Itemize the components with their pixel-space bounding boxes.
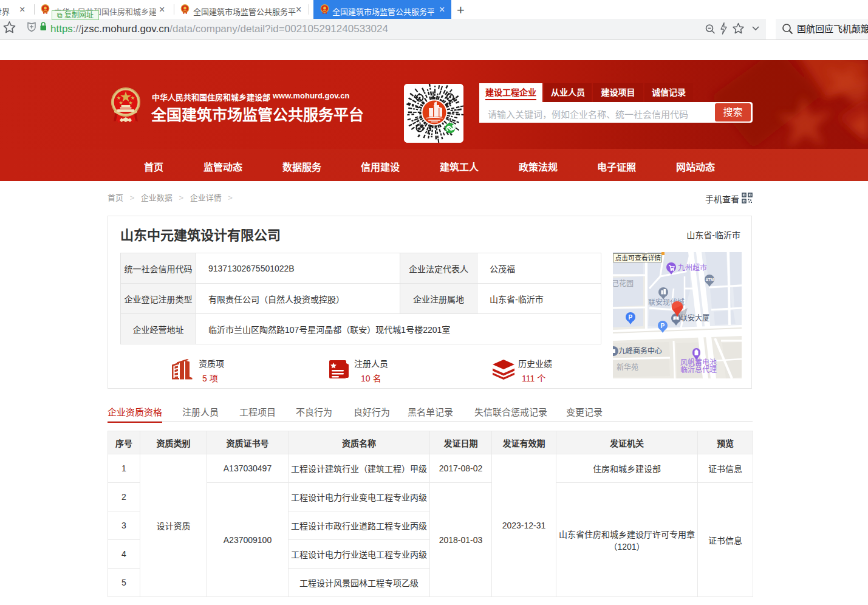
svg-text:己花园: 己花园 — [613, 279, 634, 288]
svg-text:点击可查看详情: 点击可查看详情 — [615, 254, 661, 262]
svg-text:P: P — [661, 323, 665, 329]
svg-text:新华苑: 新华苑 — [617, 363, 638, 372]
svg-text:九峰商务中心: 九峰商务中心 — [618, 346, 662, 355]
svg-text:临沂总代理: 临沂总代理 — [680, 366, 717, 374]
svg-text:P: P — [629, 314, 633, 321]
svg-text:ATM: ATM — [706, 278, 714, 282]
svg-text:九州超市: 九州超市 — [678, 263, 707, 272]
svg-text:国航回应飞机颠簸: 国航回应飞机颠簸 — [797, 24, 868, 34]
